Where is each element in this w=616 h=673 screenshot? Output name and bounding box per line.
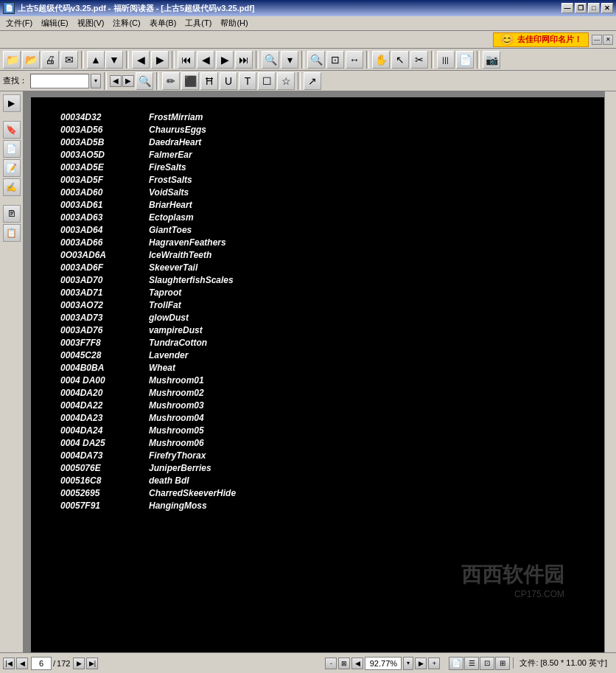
underline-button[interactable]: U: [220, 72, 237, 90]
next-page-nav-button[interactable]: ▶: [73, 658, 85, 669]
search-next-button[interactable]: ▶: [122, 75, 134, 87]
column-view-button[interactable]: ⫼: [437, 51, 455, 69]
code-cell: 0003AD5B: [60, 137, 149, 147]
fit-width-button[interactable]: ↔: [346, 51, 363, 69]
nav-back-forward[interactable]: ▲ ▼: [87, 51, 123, 69]
search-input[interactable]: [30, 74, 89, 88]
menu-view[interactable]: 视图(V): [73, 16, 109, 30]
maximize-button[interactable]: □: [588, 3, 600, 13]
hand-tool-button[interactable]: ✋: [372, 51, 390, 69]
prev-page-nav-button[interactable]: ◀: [16, 658, 28, 669]
nav-down-button[interactable]: ▼: [105, 51, 123, 69]
title-bar-buttons[interactable]: — ❐ □ ✕: [561, 3, 613, 13]
ad-minimize-button[interactable]: —: [592, 35, 602, 45]
screenshot-button[interactable]: 📷: [483, 51, 500, 69]
search-label: 查找：: [3, 75, 27, 86]
next-page-button[interactable]: ▶: [216, 51, 234, 69]
print-button[interactable]: 🖨: [41, 51, 59, 69]
link-button[interactable]: ↗: [304, 72, 321, 90]
textbox-button[interactable]: ☐: [258, 72, 276, 90]
ad-mini-buttons[interactable]: — ✕: [592, 35, 613, 45]
zoom-input[interactable]: [365, 657, 402, 670]
current-page-input[interactable]: [31, 657, 52, 670]
table-row: 0003AD6FSkeeverTail: [60, 262, 579, 273]
name-cell: JuniperBerries: [149, 463, 211, 473]
last-page-button[interactable]: ⏭: [235, 51, 253, 69]
menu-file[interactable]: 文件(F): [1, 16, 37, 30]
note-button[interactable]: ☆: [277, 72, 295, 90]
sidebar-form-button[interactable]: 📋: [3, 224, 21, 242]
view-continuous-button[interactable]: ☰: [464, 657, 479, 670]
sidebar-arrow-button[interactable]: ▶: [3, 94, 21, 112]
sidebar-stamp-button[interactable]: 🖹: [3, 205, 21, 223]
email-button[interactable]: ✉: [60, 51, 78, 69]
menu-form[interactable]: 表单(B): [145, 16, 181, 30]
table-row: 00052695CharredSkeeverHide: [60, 488, 579, 498]
search-nav[interactable]: ◀ ▶: [110, 75, 134, 87]
scrollbar[interactable]: [604, 91, 616, 652]
zoom-out-button[interactable]: 🔍: [307, 51, 325, 69]
code-cell: 0003AD76: [60, 325, 149, 335]
nav-up-button[interactable]: ▲: [87, 51, 105, 69]
view-facing-button[interactable]: ⊡: [480, 657, 494, 670]
edit-button[interactable]: ✏: [162, 72, 180, 90]
ad-banner[interactable]: 😊 去佳印网印名片！: [493, 32, 589, 47]
view-cover-button[interactable]: ⊞: [495, 657, 510, 670]
page-separator: /: [53, 659, 55, 668]
view-mode-buttons[interactable]: 📄 ☰ ⊡ ⊞: [449, 657, 510, 670]
snapshot-button[interactable]: ✂: [410, 51, 428, 69]
highlight-button[interactable]: ⬛: [181, 72, 199, 90]
sidebar-annot-button[interactable]: 📝: [3, 159, 21, 177]
close-button[interactable]: ✕: [601, 3, 613, 13]
zoom-fit-button[interactable]: ⊠: [338, 658, 350, 669]
table-row: 0003AD61BriarHeart: [60, 200, 579, 210]
back-button[interactable]: ◀: [132, 51, 150, 69]
sidebar-bookmark-button[interactable]: 🔖: [3, 121, 21, 139]
typewrite-button[interactable]: T: [239, 72, 256, 90]
name-cell: TrollFat: [149, 300, 181, 310]
minimize-button[interactable]: —: [561, 3, 573, 13]
table-row: 00057F91HangingMoss: [60, 501, 579, 511]
code-cell: 0003AD70: [60, 275, 149, 285]
zoom-nav-right-button[interactable]: ▶: [415, 658, 427, 669]
menu-help[interactable]: 帮助(H): [216, 16, 252, 30]
zoom-dropdown-button[interactable]: ▾: [281, 51, 298, 69]
code-cell: 0003AD66: [60, 237, 149, 248]
sidebar-page-button[interactable]: 📄: [3, 140, 21, 158]
first-page-button[interactable]: ⏮: [178, 51, 195, 69]
zoom-in-status-button[interactable]: +: [428, 658, 440, 669]
code-cell: 0003AD60: [60, 187, 149, 198]
zoom-out-status-button[interactable]: -: [325, 658, 337, 669]
zoom-dropdown[interactable]: ▾: [403, 657, 413, 670]
page-nav-buttons[interactable]: |◀ ◀: [3, 658, 28, 669]
search-dropdown-button[interactable]: ▾: [91, 74, 101, 88]
toolbar-separator-1: [81, 51, 84, 69]
table-row: 0003AD71Taproot: [60, 287, 579, 298]
name-cell: HangingMoss: [149, 501, 207, 511]
menu-tools[interactable]: 工具(T): [181, 16, 216, 30]
zoom-nav-left-button[interactable]: ◀: [351, 658, 363, 669]
menu-comment[interactable]: 注释(C): [108, 16, 144, 30]
search-separator-2: [156, 72, 159, 90]
zoom-in-button[interactable]: 🔍: [262, 51, 279, 69]
view-single-button[interactable]: 📄: [449, 657, 463, 670]
forward-button[interactable]: ▶: [151, 51, 169, 69]
search-prev-button[interactable]: ◀: [110, 75, 122, 87]
last-page-nav-button[interactable]: ▶|: [86, 658, 98, 669]
fit-page-button[interactable]: ⊡: [326, 51, 344, 69]
strikethrough-button[interactable]: Ħ: [200, 72, 218, 90]
new-button[interactable]: 📁: [3, 51, 21, 69]
menu-bar: 文件(F) 编辑(E) 视图(V) 注释(C) 表单(B) 工具(T) 帮助(H…: [0, 16, 616, 31]
prev-page-button[interactable]: ◀: [197, 51, 214, 69]
select-button[interactable]: ↖: [391, 51, 409, 69]
table-row: 0003AD5BDaedraHeart: [60, 137, 579, 147]
page-nav-buttons-right[interactable]: ▶ ▶|: [73, 658, 98, 669]
restore-button[interactable]: ❐: [575, 3, 587, 13]
ad-close-button[interactable]: ✕: [603, 35, 613, 45]
search-tool-button[interactable]: 🔍: [136, 72, 153, 90]
menu-edit[interactable]: 编辑(E): [37, 16, 73, 30]
first-page-nav-button[interactable]: |◀: [3, 658, 15, 669]
open-button[interactable]: 📂: [22, 51, 40, 69]
single-page-button[interactable]: 📄: [456, 51, 474, 69]
sidebar-sign-button[interactable]: ✍: [3, 178, 21, 196]
